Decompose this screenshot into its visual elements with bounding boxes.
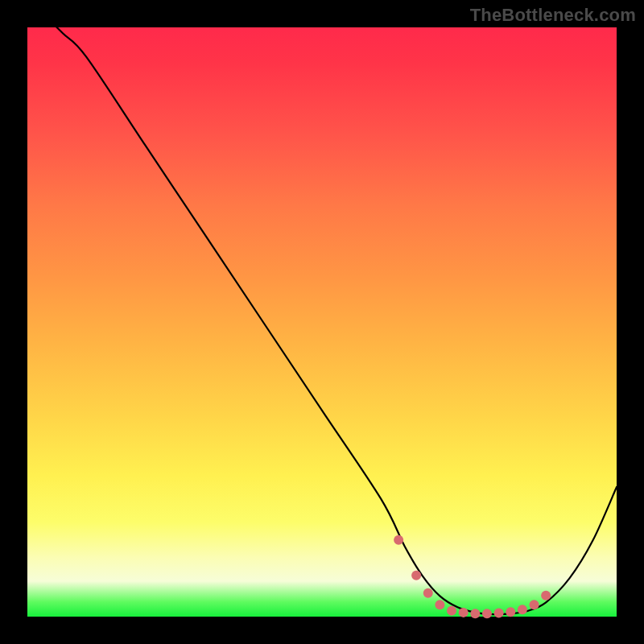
marker-dot [506,607,515,617]
marker-dot [435,600,444,609]
marker-dot [518,605,527,614]
marker-dot [423,588,433,598]
marker-dot [411,571,421,580]
plot-area [27,27,617,617]
marker-dot [459,608,469,617]
marker-dot [447,606,456,616]
marker-dot [482,609,492,618]
marker-dot [530,600,539,609]
marker-dot [470,609,480,618]
chart-svg [27,27,617,617]
curve-line [27,0,617,614]
marker-dot [394,535,403,545]
watermark-text: TheBottleneck.com [470,5,636,26]
chart-frame: TheBottleneck.com [0,0,644,644]
marker-dot [541,591,551,601]
marker-dot [494,609,504,618]
